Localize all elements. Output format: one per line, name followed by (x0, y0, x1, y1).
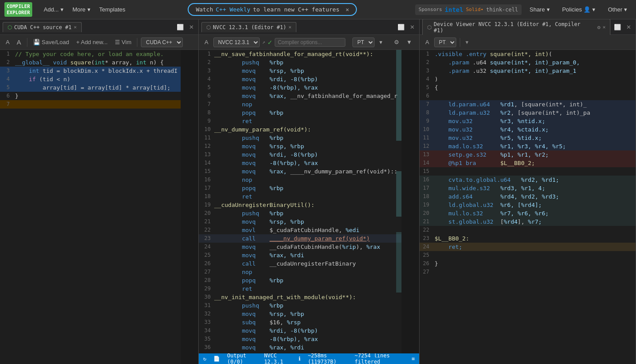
ptx-tab-close[interactable]: ✕ (602, 24, 606, 30)
templates-label: Templates (99, 6, 125, 13)
asm-line-10: 10 __nv_dummy_param_ref(void*): (199, 125, 419, 134)
compiler-font-small-btn[interactable]: A (202, 38, 211, 47)
compiler-more-btn[interactable]: ▾ (377, 38, 385, 47)
font-size-decrease-btn[interactable]: A (4, 38, 12, 47)
asm-line-26: 26 call __cudaUnregisterFatBinary (199, 259, 419, 268)
templates-button[interactable]: Templates (95, 4, 130, 15)
ptx-editor[interactable]: 1 .visible .entry square(int*, int)( 2 .… (420, 50, 636, 364)
compiler-status-check-icon: ✓ (268, 38, 272, 46)
more-menu-button[interactable]: More ▾ (68, 4, 95, 15)
source-line-4: 4 if (tid < n) (0, 75, 198, 83)
compiler-options-input[interactable] (275, 38, 345, 47)
vim-btn[interactable]: ☰ Vim (113, 38, 134, 47)
asm-color-block-teal3 (396, 232, 401, 293)
compiler-panel-close-btn[interactable]: ✕ (408, 23, 416, 31)
ptx-tab-bar: ⬡ Device Viewer NVCC 12.3.1 (Editor #1, … (420, 19, 636, 35)
save-load-btn[interactable]: 💾 Save/Load (31, 38, 72, 47)
compiler-select[interactable]: NVCC 12.3.1 (213, 38, 260, 47)
ptx-font-btn[interactable]: A (423, 38, 432, 47)
watch-link[interactable]: C++ Weekly (216, 6, 250, 13)
refresh-icon[interactable]: ↻ (203, 356, 206, 362)
policies-button[interactable]: Policies 👤 ▾ (558, 4, 600, 15)
compiler-settings-btn[interactable]: ⚙ (392, 38, 401, 47)
font-size-increase-btn[interactable]: A (15, 37, 23, 47)
logo[interactable]: COMPILER EXPLORER (4, 2, 32, 16)
share-button[interactable]: Share ▾ (525, 4, 554, 15)
asm-line-20: 20 pushq %rbp (199, 209, 419, 218)
compiler-tab-title: NVCC 12.3.1 (Editor #1) (213, 24, 286, 30)
ptx-line-16: 16 cvta.to.global.u64 %rd2, %rd1; (420, 176, 636, 184)
source-line-7: 7 (0, 100, 198, 109)
ptx-toolbar: A PTX ▾ (420, 35, 636, 50)
source-tab[interactable]: ⬡ CUDA C++ source #1 ✕ (3, 22, 82, 32)
ptx-line-9: 9 mov.u32 %r3, %ntid.x; (420, 117, 636, 125)
ptx-settings-icon[interactable]: ⚙ (597, 24, 600, 30)
asm-line-2: 2 pushq %rbp (199, 58, 419, 67)
asm-line-5: 5 movq -8(%rbp), %rax (199, 83, 419, 92)
asm-line-35: 35 movq -8(%rbp), %rax (199, 335, 419, 343)
ptx-line-24: 24 ret; (420, 243, 636, 251)
nav-right: Sponsors intel Solid• think-cell Share ▾… (415, 4, 632, 15)
other-button[interactable]: Other ▾ (603, 4, 632, 15)
asm-color-sidebar (396, 50, 401, 353)
compiler-tab-actions: ⬜ ✕ (396, 23, 416, 31)
source-panel-settings-btn[interactable]: ⬜ (175, 23, 186, 31)
source-line-3: 3 int tid = blockDim.x * blockIdx.x + th… (0, 67, 198, 75)
asm-line-34: 34 movq %rdi, -8(%rbp) (199, 326, 419, 335)
watch-suffix: to learn new C++ features (253, 6, 340, 13)
asm-line-13: 13 movq %rdi, -8(%rbp) (199, 150, 419, 159)
ptx-tab[interactable]: ⬡ Device Viewer NVCC 12.3.1 (Editor #1, … (422, 19, 610, 35)
asm-line-18: 18 ret (199, 192, 419, 201)
ptx-tab-actions: ⬜ ✕ (612, 23, 633, 31)
source-tab-close[interactable]: ✕ (74, 24, 77, 30)
language-select[interactable]: CUDA C++ C++ (141, 38, 183, 47)
ptx-line-26: 26 } (420, 259, 636, 268)
watch-close-icon[interactable]: ✕ (345, 6, 349, 13)
add-menu-button[interactable]: Add... ▾ (39, 4, 68, 15)
sponsors-box: Sponsors intel Solid• think-cell (415, 4, 522, 15)
logo-line1: COMPILER (7, 4, 30, 9)
intel-logo: intel (445, 6, 463, 13)
compiler-filter-btn[interactable]: ▼ (404, 38, 414, 47)
asm-line-22: 22 movl $_cudaFatCubinHandle, %edi (199, 226, 419, 234)
add-new-btn[interactable]: + Add new... (74, 38, 110, 47)
ptx-line-4: 4 ) (420, 75, 636, 83)
ptx-line-3: 3 .param .u32 square(int*, int)_param_1 (420, 67, 636, 75)
ptx-panel: ⬡ Device Viewer NVCC 12.3.1 (Editor #1, … (420, 19, 636, 364)
compiler-panel-settings-btn[interactable]: ⬜ (396, 23, 406, 31)
asm-line-12: 12 movq %rsp, %rbp (199, 142, 419, 150)
arch-select[interactable]: PTX SM_80 (352, 38, 375, 47)
asm-line-21: 21 movq %rsp, %rbp (199, 218, 419, 226)
source-line-2: 2 __global__ void square(int* array, int… (0, 58, 198, 67)
compiler-output[interactable]: 1 __nv_save_fatbinhandle_for_managed_rt(… (199, 50, 419, 353)
source-panel-close-btn[interactable]: ✕ (187, 23, 196, 31)
output-label: Output (0/0) (227, 353, 257, 364)
asm-line-31: 31 pushq %rbp (199, 301, 419, 310)
compiler-tab-bar: ⬡ NVCC 12.3.1 (Editor #1) ✕ ⬜ ✕ (199, 19, 419, 35)
asm-line-1: 1 __nv_save_fatbinhandle_for_managed_rt(… (199, 50, 419, 58)
source-panel: ⬡ CUDA C++ source #1 ✕ ⬜ ✕ A A 💾 Save/Lo… (0, 19, 199, 364)
ptx-panel-settings-btn[interactable]: ⬜ (612, 23, 623, 31)
ptx-chevron-btn[interactable]: ▾ (464, 38, 470, 46)
ptx-toolbar-divider (460, 38, 460, 47)
asm-color-block-teal2 (396, 171, 401, 217)
source-editor[interactable]: 1 // Type your code here, or load an exa… (0, 50, 198, 364)
watch-text: Watch (196, 6, 213, 13)
ptx-arch-select[interactable]: PTX (434, 38, 456, 47)
compiler-status-bar: ↻ 📄 Output (0/0) NVCC 12.3.1 ℹ ~258ms (1… (199, 353, 419, 364)
compiler-tab[interactable]: ⬡ NVCC 12.3.1 (Editor #1) ✕ (201, 22, 296, 32)
compiler-minimap (401, 50, 419, 353)
compile-time: ~258ms (119737B) (308, 353, 348, 364)
compiler-external-link-icon[interactable]: ↗ (262, 39, 265, 45)
ptx-line-19: 19 ld.global.u32 %r6, [%rd4]; (420, 201, 636, 209)
source-tab-icon: ⬡ (8, 24, 12, 30)
compiler-tab-close[interactable]: ✕ (288, 24, 292, 30)
policies-icon: 👤 (583, 6, 591, 13)
ptx-line-2: 2 .param .u64 square(int*, int)_param_0, (420, 58, 636, 67)
compiler-panel: ⬡ NVCC 12.3.1 (Editor #1) ✕ ⬜ ✕ A NVCC 1… (199, 19, 420, 364)
ptx-panel-close-btn[interactable]: ✕ (625, 23, 633, 31)
asm-line-33: 33 subq $16, %rsp (199, 318, 419, 326)
output-icon: 📄 (213, 356, 220, 362)
navbar: COMPILER EXPLORER Add... ▾ More ▾ Templa… (0, 0, 636, 19)
ptx-line-13: 13 setp.ge.s32 %p1, %r1, %r2; (420, 150, 636, 159)
